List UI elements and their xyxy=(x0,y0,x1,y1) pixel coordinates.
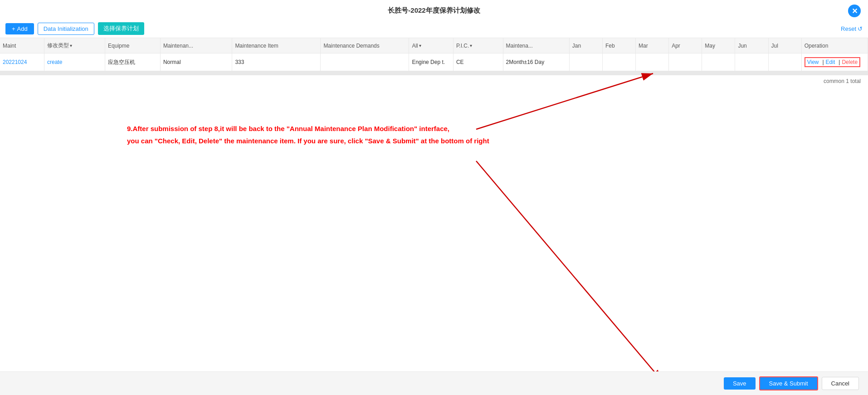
cell-pic: CE xyxy=(453,54,503,71)
col-header-mar: Mar xyxy=(636,38,669,54)
col-header-all[interactable]: All xyxy=(409,38,454,54)
cell-equip: 应急空压机 xyxy=(105,54,161,71)
reset-link[interactable]: Reset ↺ xyxy=(841,25,863,32)
type-link[interactable]: create xyxy=(47,59,62,65)
cell-maintena: 2Month±16 Day xyxy=(503,54,569,71)
maint-link[interactable]: 20221024 xyxy=(3,59,27,65)
annotation-line2: you can "Check, Edit, Delete" the mainte… xyxy=(127,135,489,147)
col-header-equip: Equipme xyxy=(105,38,161,54)
cell-maint-code: Normal xyxy=(160,54,232,71)
op-cell: View | Edit | Delete xyxy=(805,57,865,67)
cell-maint-item: 333 xyxy=(232,54,321,71)
annotation-text: 9.After submission of step 8,it will be … xyxy=(127,122,489,147)
sep1: | xyxy=(822,59,824,65)
col-header-maintena: Maintena... xyxy=(503,38,569,54)
close-icon: ✕ xyxy=(852,7,858,15)
page-title: 长胜号-2022年度保养计划修改 xyxy=(388,6,480,14)
view-link[interactable]: View xyxy=(807,59,819,65)
edit-link[interactable]: Edit xyxy=(826,59,835,65)
col-header-pic[interactable]: P.I.C. xyxy=(453,38,503,54)
save-submit-button[interactable]: Save & Submit xyxy=(759,376,818,390)
cell-all: Engine Dep t. xyxy=(409,54,454,71)
col-header-maint: Maint xyxy=(0,38,44,54)
pic-filter-btn[interactable]: P.I.C. xyxy=(456,43,472,49)
reset-label: Reset xyxy=(841,25,856,32)
svg-line-2 xyxy=(476,161,662,381)
table-header-row: Maint 修改类型 Equipme Maintenan... Maintena… xyxy=(0,38,868,54)
cell-operation: View | Edit | Delete xyxy=(801,54,868,71)
select-plan-button[interactable]: 选择保养计划 xyxy=(98,22,144,35)
close-button[interactable]: ✕ xyxy=(848,5,861,17)
add-button[interactable]: Add xyxy=(5,23,34,34)
save-button[interactable]: Save xyxy=(724,377,756,390)
col-header-may: May xyxy=(702,38,735,54)
cell-maint-demand xyxy=(321,54,409,71)
cell-jun xyxy=(735,54,768,71)
sep2: | xyxy=(839,59,840,65)
title-bar: 长胜号-2022年度保养计划修改 ✕ xyxy=(0,0,868,20)
cell-maint: 20221024 xyxy=(0,54,44,71)
cell-mar xyxy=(636,54,669,71)
scroll-bar[interactable] xyxy=(0,72,868,75)
main-table: Maint 修改类型 Equipme Maintenan... Maintena… xyxy=(0,38,868,71)
cancel-button[interactable]: Cancel xyxy=(822,377,859,390)
reset-icon: ↺ xyxy=(858,25,863,32)
type-filter-btn[interactable]: 修改类型 xyxy=(47,42,72,49)
col-header-operation: Operation xyxy=(801,38,868,54)
col-header-maint-item: Maintenance Item xyxy=(232,38,321,54)
cell-apr xyxy=(669,54,702,71)
cell-type: create xyxy=(44,54,105,71)
data-init-button[interactable]: Data Initialization xyxy=(38,23,94,35)
col-header-apr: Apr xyxy=(669,38,702,54)
cell-jan xyxy=(569,54,602,71)
cell-jul xyxy=(768,54,801,71)
col-header-type[interactable]: 修改类型 xyxy=(44,38,105,54)
bottom-bar: Save Save & Submit Cancel xyxy=(0,371,868,395)
cell-feb xyxy=(602,54,635,71)
col-header-maint-demand: Maintenance Demands xyxy=(321,38,409,54)
col-header-jul: Jul xyxy=(768,38,801,54)
annotation-line1: 9.After submission of step 8,it will be … xyxy=(127,122,489,135)
op-highlight-box: View | Edit | Delete xyxy=(805,57,860,67)
table-wrapper: Maint 修改类型 Equipme Maintenan... Maintena… xyxy=(0,38,868,72)
col-header-jan: Jan xyxy=(569,38,602,54)
delete-link[interactable]: Delete xyxy=(842,59,858,65)
toolbar: Add Data Initialization 选择保养计划 Reset ↺ xyxy=(0,20,868,38)
col-header-maint-item-code: Maintenan... xyxy=(160,38,232,54)
col-header-feb: Feb xyxy=(602,38,635,54)
table-row: 20221024 create 应急空压机 Normal 333 Engine … xyxy=(0,54,868,71)
all-filter-btn[interactable]: All xyxy=(412,43,421,49)
total-text: common 1 total xyxy=(0,75,868,87)
col-header-jun: Jun xyxy=(735,38,768,54)
cell-may xyxy=(702,54,735,71)
